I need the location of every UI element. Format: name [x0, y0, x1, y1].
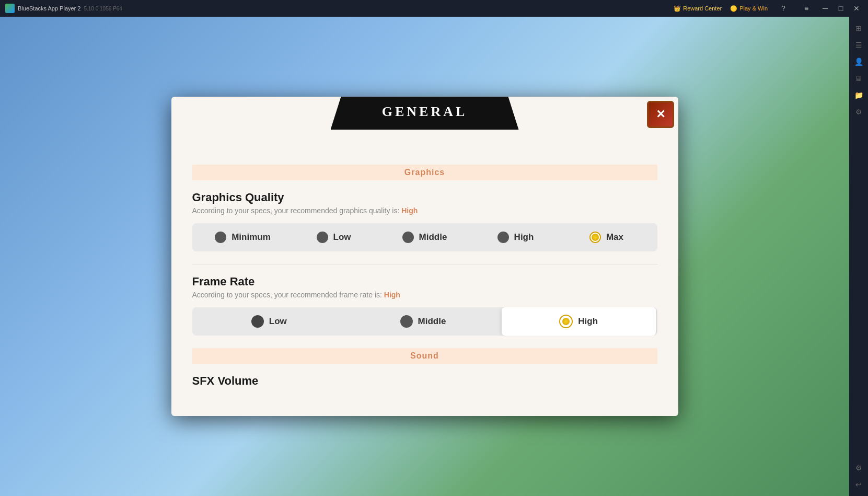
- quality-dot-low: [317, 232, 328, 243]
- graphics-quality-radio-group: Minimum Low Middle High: [192, 223, 657, 251]
- quality-dot-max: [589, 232, 601, 243]
- sound-section-header: Sound: [192, 348, 657, 364]
- graphics-section-header: Graphics: [192, 165, 657, 180]
- minimize-button[interactable]: ─: [818, 3, 832, 14]
- titlebar-controls: ─ □ ✕: [814, 3, 868, 14]
- framerate-label-low: Low: [269, 316, 287, 327]
- quality-label-max: Max: [606, 232, 623, 243]
- graphics-quality-title: Graphics Quality: [192, 191, 657, 204]
- app-name: BlueStacks App Player 2: [18, 5, 80, 11]
- quality-dot-minimum: [215, 232, 226, 243]
- framerate-dot-high: [559, 315, 573, 328]
- quality-dot-middle: [402, 232, 414, 243]
- sidebar-icon-back[interactable]: ↩: [851, 477, 866, 492]
- framerate-radio-group: Low Middle High: [192, 307, 657, 336]
- quality-option-high[interactable]: High: [470, 223, 561, 251]
- reward-center-label: Reward Center: [683, 5, 722, 11]
- framerate-dot-middle: [400, 315, 413, 328]
- framerate-desc: According to your specs, your recommende…: [192, 291, 657, 299]
- sidebar-icon-person[interactable]: 👤: [851, 54, 866, 69]
- graphics-header-text: Graphics: [404, 168, 445, 177]
- quality-label-high: High: [514, 232, 534, 243]
- framerate-label-middle: Middle: [418, 316, 446, 327]
- quality-dot-high: [497, 232, 509, 243]
- sidebar-icon-folder[interactable]: 📁: [851, 88, 866, 102]
- right-sidebar: ⊞ ☰ 👤 🖥 📁 ⚙ ⚙ ↩: [849, 17, 868, 496]
- titlebar-center: 👑 Reward Center 🟡 Play & Win ? ≡: [674, 3, 814, 14]
- dialog-header-area: GENERAL: [171, 97, 678, 128]
- maximize-button[interactable]: □: [834, 3, 848, 14]
- quality-label-low: Low: [333, 232, 351, 243]
- sidebar-icon-monitor[interactable]: 🖥: [851, 71, 866, 86]
- framerate-recommended-value: High: [384, 291, 400, 299]
- menu-button[interactable]: ≡: [799, 3, 814, 14]
- dialog-body: Graphics Graphics Quality According to y…: [171, 128, 678, 416]
- framerate-desc-prefix: According to your specs, your recommende…: [192, 291, 382, 299]
- framerate-block: Frame Rate According to your specs, your…: [192, 275, 657, 336]
- graphics-quality-block: Graphics Quality According to your specs…: [192, 191, 657, 251]
- main-area: GENERAL Graphics Graphics Quality Accord…: [0, 17, 849, 496]
- quality-option-low[interactable]: Low: [288, 223, 379, 251]
- divider-1: [192, 264, 657, 264]
- reward-center[interactable]: 👑 Reward Center: [674, 5, 722, 12]
- coin-icon: 🟡: [730, 5, 737, 12]
- close-dialog-button[interactable]: [647, 101, 674, 128]
- sfx-block: SFX Volume: [192, 374, 657, 388]
- quality-option-middle[interactable]: Middle: [379, 223, 470, 251]
- framerate-title: Frame Rate: [192, 275, 657, 289]
- play-win-label: Play & Win: [739, 5, 768, 11]
- sidebar-icon-settings[interactable]: ⚙: [851, 105, 866, 119]
- framerate-label-high: High: [578, 316, 598, 327]
- titlebar-close-button[interactable]: ✕: [849, 3, 864, 14]
- framerate-option-middle[interactable]: Middle: [346, 307, 500, 336]
- sidebar-icon-settings2[interactable]: ⚙: [851, 460, 866, 475]
- quality-label-middle: Middle: [419, 232, 447, 243]
- quality-label-minimum: Minimum: [232, 232, 271, 243]
- help-button[interactable]: ?: [776, 3, 791, 14]
- graphics-recommended-value: High: [401, 206, 418, 215]
- sidebar-icon-grid[interactable]: ⊞: [851, 21, 866, 36]
- quality-option-minimum[interactable]: Minimum: [198, 223, 288, 251]
- settings-dialog: GENERAL Graphics Graphics Quality Accord…: [171, 97, 678, 416]
- app-icon: [5, 4, 15, 13]
- titlebar-left: BlueStacks App Player 2 5.10.0.1056 P64: [0, 4, 674, 13]
- dialog-title: GENERAL: [382, 104, 468, 120]
- graphics-quality-desc: According to your specs, your recommende…: [192, 206, 657, 215]
- framerate-option-low[interactable]: Low: [192, 307, 346, 336]
- quality-option-max[interactable]: Max: [561, 223, 652, 251]
- dialog-header-bg: GENERAL: [331, 97, 519, 130]
- titlebar: BlueStacks App Player 2 5.10.0.1056 P64 …: [0, 0, 868, 17]
- play-win[interactable]: 🟡 Play & Win: [730, 5, 768, 12]
- graphics-desc-prefix: According to your specs, your recommende…: [192, 206, 400, 215]
- app-version: 5.10.0.1056 P64: [84, 6, 122, 11]
- sidebar-icon-list[interactable]: ☰: [851, 38, 866, 52]
- framerate-dot-low: [251, 315, 264, 328]
- sound-header-text: Sound: [410, 351, 439, 360]
- framerate-option-high[interactable]: High: [502, 307, 656, 336]
- sfx-title: SFX Volume: [192, 374, 657, 388]
- crown-icon: 👑: [674, 5, 681, 12]
